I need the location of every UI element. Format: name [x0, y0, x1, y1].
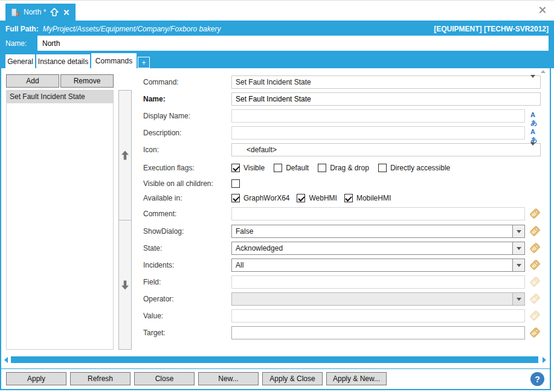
full-path-label: Full Path:: [5, 25, 39, 33]
target-input[interactable]: [231, 326, 525, 339]
footer-bar: Apply Refresh Close New... Apply & Close…: [1, 368, 550, 389]
tag-icon[interactable]: [529, 260, 540, 271]
description-label: Description:: [143, 126, 181, 140]
add-button[interactable]: Add: [6, 74, 59, 88]
command-label: Command:: [143, 76, 179, 89]
command-name-input[interactable]: [231, 92, 541, 106]
apply-button[interactable]: Apply: [6, 372, 66, 385]
tag-icon[interactable]: [529, 226, 540, 237]
value-label: Value:: [143, 309, 163, 323]
target-row: Target:: [143, 326, 542, 339]
field-input[interactable]: [231, 275, 525, 289]
tab-instance-details[interactable]: Instance details: [36, 54, 90, 68]
target-label: Target:: [143, 326, 166, 339]
state-label: State:: [143, 242, 162, 255]
value-input[interactable]: [231, 309, 525, 323]
list-item[interactable]: Set Fault Incident State: [7, 91, 113, 103]
visible-on-all-children-checkbox[interactable]: [231, 179, 240, 188]
promote-up-icon[interactable]: [50, 8, 59, 16]
tab-add[interactable]: +: [138, 57, 150, 68]
command-select[interactable]: Set Fault Incident State: [231, 76, 541, 89]
move-down-button[interactable]: [118, 220, 132, 350]
icon-label: Icon:: [143, 143, 159, 156]
incidents-row: Incidents: All: [143, 259, 542, 272]
operator-row: Operator:: [143, 292, 542, 306]
full-path-value: MyProject/Assets/Equipment/Company/Foxbo…: [43, 25, 221, 33]
drag-drop-checkbox[interactable]: [318, 164, 326, 172]
incidents-select[interactable]: All: [231, 259, 525, 272]
remove-button[interactable]: Remove: [60, 74, 114, 88]
tag-icon[interactable]: [529, 327, 540, 338]
comment-input[interactable]: [231, 207, 525, 220]
field-label: Field:: [143, 275, 161, 289]
localize-icon[interactable]: Aあ: [530, 111, 542, 127]
dropdown-arrow-icon[interactable]: [512, 225, 524, 237]
display-name-label: Display Name:: [143, 109, 190, 123]
default-checkbox[interactable]: [274, 164, 282, 172]
command-name-label: Name:: [143, 92, 166, 106]
available-in-label: Available in:: [143, 193, 182, 204]
directly-accessible-checkbox[interactable]: [378, 164, 387, 172]
context-badges: [EQUIPMENT] [TECHW-SVR2012]: [434, 25, 549, 33]
scroll-right-icon[interactable]: [543, 357, 546, 363]
tag-icon[interactable]: [529, 243, 540, 254]
refresh-button[interactable]: Refresh: [70, 372, 130, 385]
new-button[interactable]: New...: [198, 372, 259, 385]
scrollbar-thumb[interactable]: [11, 356, 538, 363]
graphworx64-checkbox[interactable]: [231, 194, 240, 202]
dropdown-arrow-icon[interactable]: [512, 259, 524, 271]
move-up-button[interactable]: [118, 90, 132, 220]
close-button[interactable]: Close: [134, 372, 195, 385]
name-row: Name:: [143, 92, 542, 106]
apply-new-button[interactable]: Apply & New...: [326, 372, 387, 385]
incidents-label: Incidents:: [143, 259, 174, 272]
full-path-row: Full Path: MyProject/Assets/Equipment/Co…: [5, 25, 549, 33]
name-input[interactable]: [37, 36, 549, 51]
display-name-row: Display Name: Aあ: [143, 109, 542, 123]
showdialog-row: ShowDialog: False: [143, 225, 542, 238]
tab-general[interactable]: General: [5, 54, 35, 68]
commands-pane: Add Remove Set Fault Incident State Comm…: [0, 68, 551, 390]
mobilehmi-checkbox[interactable]: [344, 194, 353, 202]
help-icon[interactable]: ?: [530, 372, 544, 386]
visible-checkbox[interactable]: [231, 164, 240, 172]
dropdown-arrow-icon: [530, 146, 540, 154]
reorder-strip: [118, 90, 132, 350]
building-icon: [11, 8, 19, 16]
horizontal-scrollbar[interactable]: [1, 356, 550, 364]
execution-flags-row: Execution flags: Visible Default Drag & …: [143, 162, 542, 173]
window-close-icon[interactable]: [538, 6, 546, 14]
titlebar: North *: [0, 1, 554, 21]
tag-icon: [529, 277, 540, 288]
tag-icon: [529, 294, 540, 304]
document-tab-title: North *: [24, 8, 46, 16]
field-row: Field:: [143, 275, 542, 289]
description-input[interactable]: [231, 126, 525, 140]
showdialog-select[interactable]: False: [231, 225, 525, 238]
move-up-icon: [121, 150, 129, 160]
execution-flags-label: Execution flags:: [143, 162, 195, 173]
document-tab-north[interactable]: North *: [5, 4, 76, 21]
comment-label: Comment:: [143, 207, 176, 220]
operator-select: [231, 292, 525, 306]
scroll-up-icon[interactable]: [541, 70, 546, 73]
header-band: Full Path: MyProject/Assets/Equipment/Co…: [0, 21, 554, 68]
command-row: Command: Set Fault Incident State: [143, 76, 542, 89]
icon-select[interactable]: <default>: [231, 143, 541, 156]
dropdown-arrow-icon: [512, 293, 524, 305]
dropdown-arrow-icon[interactable]: [512, 242, 524, 254]
move-down-icon: [121, 280, 129, 290]
operator-label: Operator:: [143, 292, 174, 306]
apply-close-button[interactable]: Apply & Close: [262, 372, 323, 385]
webhmi-checkbox[interactable]: [297, 194, 305, 202]
display-name-input[interactable]: [231, 109, 525, 123]
close-icon[interactable]: [63, 9, 69, 16]
localize-icon[interactable]: Aあ: [530, 128, 542, 144]
comment-row: Comment:: [143, 207, 542, 220]
commands-listbox[interactable]: Set Fault Incident State: [6, 90, 114, 350]
state-select[interactable]: Acknowledged: [231, 242, 525, 255]
tag-icon[interactable]: [529, 208, 540, 219]
visible-on-all-children-row: Visible on all children:: [143, 178, 542, 189]
scroll-left-icon[interactable]: [4, 357, 8, 363]
tab-commands[interactable]: Commands: [91, 53, 137, 68]
